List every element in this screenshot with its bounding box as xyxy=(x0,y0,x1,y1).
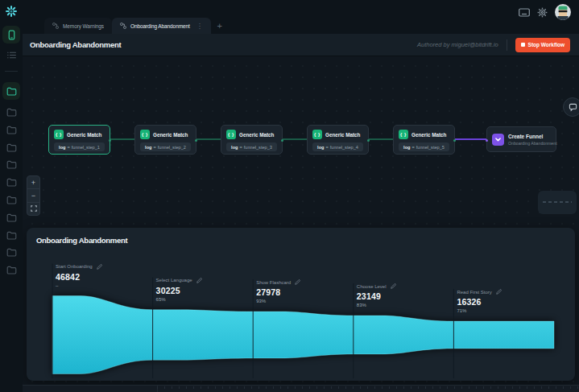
folder-icon xyxy=(6,159,17,170)
folder-icon xyxy=(6,177,17,188)
stage-value: 16326 xyxy=(457,297,501,307)
edge-connector-output xyxy=(455,138,486,140)
folder-icon xyxy=(6,107,17,118)
user-avatar[interactable] xyxy=(555,4,571,20)
edit-pencil-icon[interactable] xyxy=(196,278,202,283)
sidebar-divider xyxy=(5,71,18,72)
node-title: Generic Match xyxy=(239,132,274,138)
stage-name: Choose Level xyxy=(357,283,396,289)
minimap[interactable] xyxy=(538,191,577,214)
minimap-viewport xyxy=(543,201,572,203)
stage-value: 23149 xyxy=(357,291,396,301)
list-icon xyxy=(6,50,17,60)
node-condition: log=funnel_step_5 xyxy=(399,142,449,151)
keyboard-icon[interactable] xyxy=(519,8,530,17)
sidebar-item-list[interactable] xyxy=(6,49,17,60)
folder-icon xyxy=(6,125,17,135)
workflow-node-generic-match[interactable]: { }Generic Matchlog=funnel_step_1 xyxy=(48,125,110,155)
node-subtitle: Onboarding Abandonment xyxy=(508,141,557,146)
braces-icon: { } xyxy=(312,130,322,139)
stop-workflow-button[interactable]: Stop Workflow xyxy=(515,38,570,52)
sidebar-folder[interactable] xyxy=(6,212,17,222)
tab-onboarding-abandonment[interactable]: Onboarding Abandonment ⋮ xyxy=(112,18,211,34)
new-tab-button[interactable]: + xyxy=(211,18,229,34)
workflow-node-generic-match[interactable]: { }Generic Matchlog=funnel_step_2 xyxy=(134,125,196,155)
page-title: Onboarding Abandonment xyxy=(30,40,121,49)
app-sidebar xyxy=(0,0,23,392)
phone-icon xyxy=(6,30,17,40)
stage-conversion: 71% xyxy=(457,308,501,313)
funnel-stage-label: Choose Level2314983% xyxy=(357,283,396,307)
authored-by: Authored by miguel@bitdrift.io xyxy=(417,41,498,48)
app-logo-icon[interactable] xyxy=(5,5,18,18)
settings-gear-icon[interactable] xyxy=(537,7,548,18)
fit-view-icon xyxy=(31,205,37,212)
folder-icon xyxy=(6,142,17,153)
tab-label: Memory Warnings xyxy=(63,23,104,29)
node-title: Generic Match xyxy=(412,132,446,138)
node-title: Generic Match xyxy=(153,132,188,138)
edit-pencil-icon[interactable] xyxy=(97,264,102,270)
sidebar-folder[interactable] xyxy=(6,159,17,169)
tab-label: Onboarding Abandonment xyxy=(130,23,190,29)
stage-name: Read First Story xyxy=(457,289,501,295)
workflow-icon xyxy=(120,23,126,29)
stage-conversion: 83% xyxy=(357,303,396,307)
node-title: Generic Match xyxy=(325,132,360,138)
stage-conversion: 93% xyxy=(256,299,300,303)
edit-pencil-icon[interactable] xyxy=(496,289,502,295)
timeline-ticks xyxy=(157,386,579,389)
sidebar-item-device[interactable] xyxy=(2,26,20,43)
stage-conversion: – xyxy=(56,283,102,288)
comments-button[interactable] xyxy=(563,97,579,117)
tab-bar: Memory Warnings Onboarding Abandonment ⋮… xyxy=(44,18,229,34)
zoom-in-button[interactable]: + xyxy=(27,176,39,188)
sidebar-folder[interactable] xyxy=(6,246,17,257)
stop-label: Stop Workflow xyxy=(528,42,565,47)
stage-value: 30225 xyxy=(156,286,202,295)
funnel-stage-label: Read First Story1632671% xyxy=(457,289,501,313)
sidebar-folder[interactable] xyxy=(6,264,17,274)
zoom-out-button[interactable]: − xyxy=(27,188,39,201)
node-title: Generic Match xyxy=(67,132,101,138)
funnel-stage-label: Show Flashcard2797893% xyxy=(256,279,300,303)
folder-icon xyxy=(6,247,17,258)
workflow-node-generic-match[interactable]: { }Generic Matchlog=funnel_step_4 xyxy=(307,125,369,155)
timeline-strip[interactable] xyxy=(23,385,579,392)
workflow-icon xyxy=(52,23,59,29)
sidebar-folder-active[interactable] xyxy=(2,82,20,100)
workflow-node-create-funnel[interactable]: Create FunnelOnboarding Abandonment xyxy=(486,126,556,152)
braces-icon: { } xyxy=(140,130,150,139)
node-condition: log=funnel_step_3 xyxy=(226,142,277,151)
folder-icon xyxy=(6,86,17,97)
sidebar-folder[interactable] xyxy=(6,194,17,204)
workflow-node-generic-match[interactable]: { }Generic Matchlog=funnel_step_5 xyxy=(393,125,455,155)
fit-view-button[interactable] xyxy=(27,202,39,215)
braces-icon: { } xyxy=(399,130,408,139)
chat-bubble-icon xyxy=(569,103,577,112)
sidebar-folder[interactable] xyxy=(6,229,17,240)
braces-icon: { } xyxy=(54,130,64,139)
edit-pencil-icon[interactable] xyxy=(391,283,396,289)
workflow-header: Onboarding Abandonment Authored by migue… xyxy=(23,34,579,56)
stop-icon xyxy=(521,43,525,47)
sidebar-folder[interactable] xyxy=(6,106,17,117)
funnel-stage-label: Select Language3022565% xyxy=(156,278,202,302)
folder-icon xyxy=(6,230,17,241)
funnel-panel: Onboarding Abandonment Start Onboarding4… xyxy=(27,228,575,381)
sidebar-folder[interactable] xyxy=(6,176,17,187)
node-condition: log=funnel_step_4 xyxy=(312,142,363,151)
edge-connector xyxy=(283,138,307,140)
tab-menu-icon[interactable]: ⋮ xyxy=(196,23,203,30)
edge-connector xyxy=(369,138,393,140)
funnel-icon xyxy=(492,134,504,146)
stage-value: 27978 xyxy=(256,287,300,297)
sidebar-folder[interactable] xyxy=(6,142,17,152)
edit-pencil-icon[interactable] xyxy=(295,279,300,285)
folder-icon xyxy=(6,213,17,223)
stage-name: Show Flashcard xyxy=(256,279,300,285)
tab-memory-warnings[interactable]: Memory Warnings xyxy=(44,18,112,34)
sidebar-folder[interactable] xyxy=(6,124,17,134)
workflow-node-generic-match[interactable]: { }Generic Matchlog=funnel_step_3 xyxy=(221,125,283,155)
edge-connector xyxy=(196,138,221,140)
